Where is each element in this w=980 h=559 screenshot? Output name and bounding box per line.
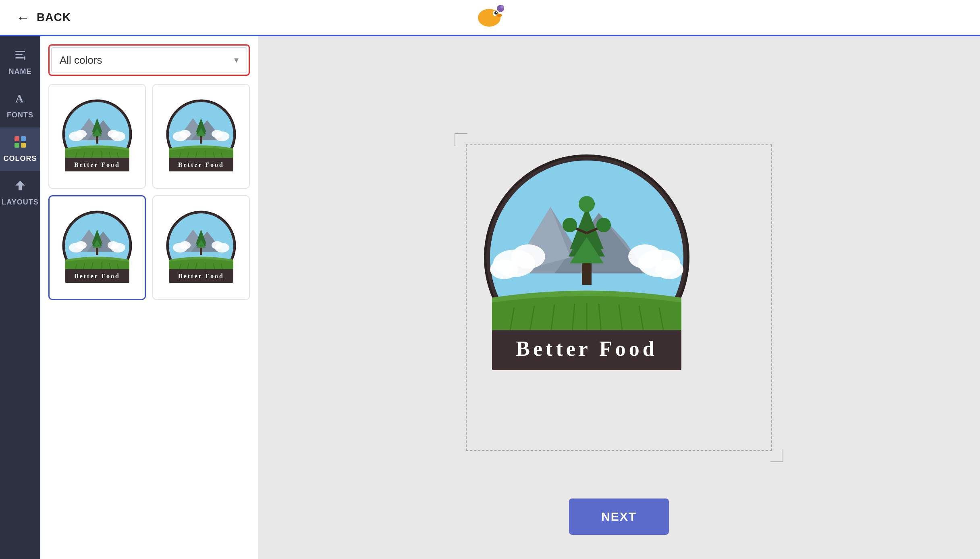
svg-point-62 — [75, 241, 87, 249]
svg-point-7 — [500, 5, 504, 8]
sidebar-nav: NAME A FONTS COLORS — [0, 36, 40, 559]
svg-text:Better Food: Better Food — [74, 273, 120, 280]
back-button[interactable]: ← BACK — [16, 10, 71, 25]
svg-point-3 — [494, 11, 498, 15]
svg-rect-14 — [21, 136, 26, 141]
logo-thumbnail-1: Better Food — [57, 96, 137, 177]
svg-point-44 — [212, 130, 223, 138]
svg-rect-11 — [24, 56, 25, 60]
logo-card-3[interactable]: Better Food — [48, 195, 146, 300]
logo-thumbnail-3: Better Food — [57, 207, 137, 288]
svg-text:Better Food: Better Food — [74, 161, 120, 168]
dropdown-value: All colors — [60, 54, 102, 67]
logo-thumbnail-4: Better Food — [161, 207, 241, 288]
svg-text:A: A — [15, 92, 24, 105]
svg-text:Better Food: Better Food — [178, 273, 224, 280]
top-bar: ← BACK — [0, 0, 980, 36]
sidebar-item-layouts[interactable]: LAYOUTS — [0, 171, 40, 215]
svg-point-4 — [496, 12, 497, 13]
svg-rect-10 — [15, 57, 24, 58]
svg-rect-15 — [15, 143, 19, 148]
sidebar-item-colors[interactable]: COLORS — [0, 127, 40, 171]
colors-panel: All colors ▾ — [40, 36, 258, 559]
svg-point-64 — [108, 241, 119, 249]
back-arrow-icon: ← — [16, 10, 30, 25]
svg-point-5 — [496, 14, 502, 17]
canvas-container: Better Food — [466, 144, 772, 451]
sidebar-item-layouts-label: LAYOUTS — [2, 198, 38, 206]
svg-text:Better Food: Better Food — [178, 161, 224, 168]
logo-card-1[interactable]: Better Food — [48, 84, 146, 189]
sidebar-item-name[interactable]: NAME — [0, 40, 40, 84]
logo-grid: Better Food — [48, 84, 250, 300]
svg-point-82 — [179, 241, 191, 249]
svg-rect-8 — [15, 51, 25, 52]
bottom-bar: NEXT — [569, 499, 669, 535]
canvas-area: Better Food NEXT — [258, 36, 980, 559]
name-icon — [14, 48, 27, 64]
app-logo — [474, 2, 506, 32]
layouts-icon — [14, 179, 27, 195]
colors-icon — [14, 136, 27, 151]
brand-logo-icon — [474, 2, 506, 31]
main-layout: NAME A FONTS COLORS — [0, 36, 980, 559]
svg-rect-13 — [15, 136, 19, 141]
logo-thumbnail-2: Better Food — [161, 96, 241, 177]
sidebar-item-colors-label: COLORS — [4, 154, 37, 163]
svg-rect-9 — [15, 54, 23, 55]
next-button[interactable]: NEXT — [569, 499, 669, 535]
svg-point-42 — [179, 130, 191, 138]
logo-card-2[interactable]: Better Food — [152, 84, 250, 189]
logo-card-4[interactable]: Better Food — [152, 195, 250, 300]
all-colors-dropdown[interactable]: All colors ▾ — [51, 47, 247, 73]
svg-point-24 — [108, 130, 119, 138]
sidebar-item-fonts-label: FONTS — [7, 111, 33, 119]
filter-dropdown-wrapper: All colors ▾ — [48, 44, 250, 76]
svg-point-84 — [212, 241, 223, 249]
canvas-dashed-border — [466, 144, 772, 451]
sidebar-item-fonts[interactable]: A FONTS — [0, 84, 40, 127]
fonts-icon: A — [14, 92, 27, 108]
svg-rect-16 — [21, 143, 26, 148]
chevron-down-icon: ▾ — [234, 55, 239, 65]
svg-point-22 — [75, 130, 87, 138]
back-label: BACK — [37, 11, 71, 24]
sidebar-item-name-label: NAME — [9, 67, 32, 76]
